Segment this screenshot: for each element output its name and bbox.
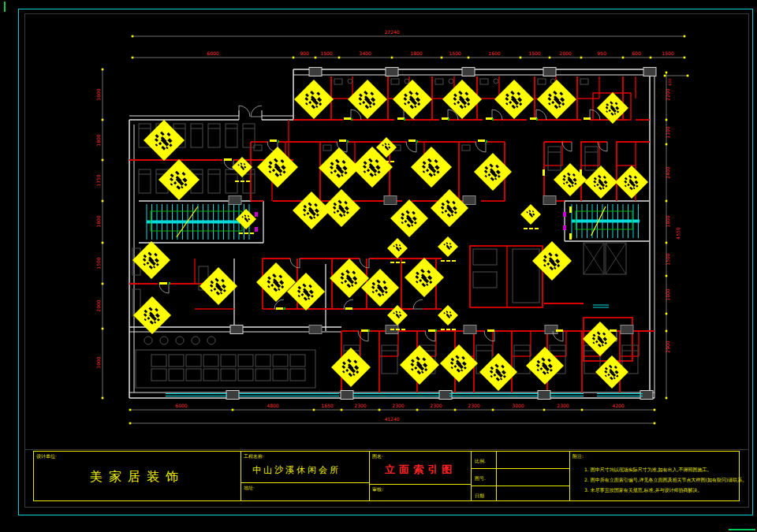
titleblock-date-value-cell <box>497 486 570 500</box>
stool <box>160 337 168 344</box>
dimension-tick <box>664 75 666 77</box>
elevation-marker <box>293 192 330 229</box>
dimension-text: 2300 <box>557 403 569 408</box>
bed <box>208 169 220 193</box>
elevation-marker <box>442 80 482 119</box>
dimension-text: 4200 <box>612 403 624 408</box>
table <box>203 355 218 366</box>
door-swing-arc <box>425 331 435 341</box>
dimension-tick <box>102 397 104 400</box>
column <box>543 196 556 205</box>
dimension-tick <box>391 57 393 59</box>
elevation-marker <box>390 199 428 237</box>
dimension-tick <box>132 35 134 38</box>
note-line: 3. 未尽事宜按国家有关规范,标准,并与设计师协商解决。 <box>570 485 739 495</box>
table <box>186 355 201 366</box>
door-swing-arc <box>224 160 233 169</box>
elevation-marker <box>494 80 534 119</box>
dimension-tick <box>666 72 668 74</box>
dimension-text: 2200 <box>665 88 670 100</box>
dimension-text: 6000 <box>207 50 218 56</box>
dimension-tick <box>129 409 132 411</box>
drawing-name-label: 图名· <box>372 453 383 459</box>
door-swing-arc <box>358 331 368 341</box>
dimension-tick <box>687 75 689 77</box>
elevation-marker-small <box>515 204 547 236</box>
dimension-tick <box>102 119 104 121</box>
dimension-text: 1800 <box>95 215 101 227</box>
dimension-text: 3600 <box>95 88 101 100</box>
door-threshold <box>530 117 537 120</box>
door-threshold <box>442 117 449 120</box>
dimension-tick <box>102 328 104 330</box>
column <box>643 68 656 76</box>
dimension-tick <box>650 57 652 59</box>
dimension-text: 1650 <box>321 403 333 408</box>
bed <box>226 124 237 147</box>
elevation-marker <box>257 147 298 188</box>
elevation-marker <box>287 273 325 311</box>
dimension-text: 3000 <box>95 356 101 368</box>
dimension-tick <box>666 242 668 244</box>
note-line: 1. 图中尺寸均以现场实际尺寸为准,如有出入,不得照图施工。 <box>570 464 739 474</box>
dimension-tick <box>416 409 419 411</box>
dimension-tick <box>341 409 343 411</box>
dimension-text: 900 <box>300 50 309 56</box>
door-threshold <box>478 140 485 142</box>
door-swing-arc <box>562 142 572 151</box>
dimension-tick <box>102 283 104 285</box>
dimension-tick <box>313 409 315 411</box>
dimension-text: 41240 <box>384 416 399 422</box>
column <box>538 391 550 400</box>
dimension-tick <box>468 57 470 59</box>
elevation-marker <box>526 347 564 385</box>
column <box>545 326 557 334</box>
dimension-text: 1500 <box>449 50 461 56</box>
table <box>290 369 305 381</box>
table <box>186 369 201 381</box>
cad-sheet: { "title_block": { "company_label": "设计单… <box>0 0 757 532</box>
project-name: 中山沙溪休闲会所 <box>252 464 369 476</box>
stool <box>192 337 200 344</box>
door-threshold <box>276 307 283 310</box>
elevation-marker <box>411 147 452 188</box>
dimension-tick <box>441 57 443 59</box>
dimension-tick <box>102 69 104 71</box>
note-line: 2. 图中所有立面索引编号,详见各立面图及相关节点大样图(如有疑问)请联系。 <box>570 474 739 485</box>
dimension-tick <box>520 57 522 59</box>
dimension-tick <box>666 330 668 333</box>
dimension-text: 2000 <box>95 299 101 311</box>
dimension-tick <box>654 409 656 411</box>
door-swing-arc <box>590 110 600 120</box>
column <box>229 196 241 205</box>
door-swing-arc <box>406 142 416 152</box>
table <box>151 355 166 366</box>
door-swing-arc <box>475 142 486 152</box>
table <box>290 355 305 366</box>
titleblock-notes-cell: 附注: 1. 图中尺寸均以现场实际尺寸为准,如有出入,不得照图施工。 2. 图中… <box>570 452 739 500</box>
dimension-text: 1750 <box>95 174 101 186</box>
dimension-text: 1500 <box>528 50 540 56</box>
table <box>255 355 270 366</box>
dimension-tick <box>129 422 132 425</box>
table <box>169 355 184 366</box>
dimension-tick <box>666 143 668 146</box>
titleblock-address-cell: 地址· <box>241 483 370 500</box>
dimension-text: 2300 <box>354 403 366 408</box>
dimension-tick <box>622 57 625 59</box>
elevation-marker <box>331 348 371 387</box>
elevation-marker <box>405 258 444 297</box>
table <box>151 369 166 381</box>
table <box>238 369 253 381</box>
titleblock-date-label-cell: 日期 <box>472 486 497 500</box>
elevation-marker <box>348 80 387 119</box>
elevation-marker <box>323 189 360 227</box>
door-threshold <box>159 282 167 285</box>
door-threshold <box>270 140 277 142</box>
dimension-tick <box>102 200 104 203</box>
title-block: 设计单位· 美家居装饰 工程名称· 中山沙溪休闲会所 地址· 图名· 立面索引图… <box>33 451 740 501</box>
dimension-tick <box>654 422 656 425</box>
bed <box>208 124 220 147</box>
door-swing-arc <box>360 259 369 268</box>
elevation-marker <box>294 80 334 119</box>
